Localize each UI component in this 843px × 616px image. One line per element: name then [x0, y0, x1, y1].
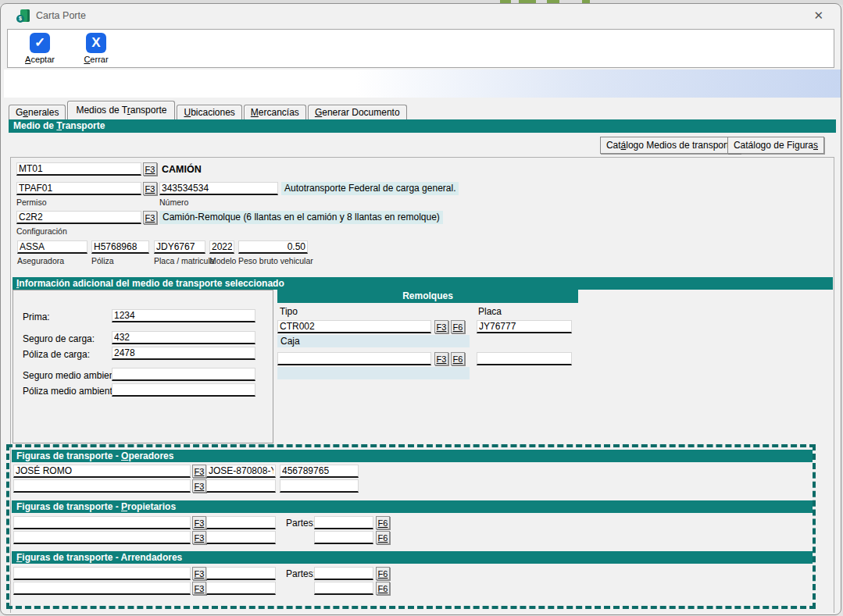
peso-bruto-input[interactable]: [238, 240, 308, 254]
propietario-rfc-input-2[interactable]: [206, 531, 276, 544]
operador-licencia-input-1[interactable]: [280, 465, 359, 478]
aceptar-button[interactable]: ✓ Aceptar: [19, 33, 61, 64]
tab-bar: Generales Medios de Transporte Ubicacion…: [9, 101, 409, 119]
propietario-rfc-input-1[interactable]: [206, 516, 276, 529]
arrendador-nombre-input-1[interactable]: [13, 567, 191, 580]
remolque-f3-button-1[interactable]: F3: [434, 320, 448, 333]
section-label: ransporte: [62, 120, 105, 131]
configuracion-input[interactable]: [16, 211, 141, 224]
propietario-partes-input-2[interactable]: [314, 531, 373, 544]
medio-f3-button[interactable]: F3: [143, 162, 157, 176]
operador-rfc-input-2[interactable]: [206, 479, 276, 493]
f6-label: F6: [453, 322, 463, 332]
tab-label: bicaciones: [191, 107, 235, 118]
section-label-key: P: [121, 501, 127, 512]
section-header-arrendadores: Figuras de transporte - Arrendadores: [12, 551, 813, 564]
catalogo-medios-de-transporte-button[interactable]: Catálogo Medios de transporte: [600, 137, 741, 154]
remolques-header: Remolques: [277, 290, 578, 303]
operador-nombre-input-1[interactable]: [13, 465, 191, 478]
propietario-nombre-input-2[interactable]: [13, 531, 191, 544]
tab-generar-documento[interactable]: Generar Documento: [308, 105, 407, 119]
arrendador-partes-input-1[interactable]: [314, 567, 373, 580]
arrendador-rfc-input-1[interactable]: [206, 567, 276, 580]
poliza-ambiente-label: Póliza medio ambiente:: [23, 386, 120, 397]
poliza-input[interactable]: [91, 240, 149, 254]
remolque-f6-button-1[interactable]: F6: [451, 320, 465, 333]
numero-input[interactable]: [159, 182, 278, 195]
propietario-nombre-input-1[interactable]: [13, 516, 191, 529]
permiso-f3-button[interactable]: F3: [143, 182, 157, 195]
aceptar-button-label: Aceptar: [19, 55, 61, 64]
tab-label: Medios de T: [76, 105, 127, 116]
placa-matricula-input[interactable]: [154, 240, 205, 254]
permiso-input[interactable]: [16, 182, 141, 195]
section-label-key: O: [121, 450, 128, 461]
section-label: nformación adicional del medio de transp…: [19, 278, 284, 289]
cerrar-button-label: Cerrar: [75, 55, 117, 64]
remolque-placa-input-2[interactable]: [477, 352, 572, 365]
seguro-ambiente-input[interactable]: [112, 368, 255, 381]
section-label: Medio de: [13, 120, 56, 131]
tab-label-key: U: [184, 107, 191, 118]
cerrar-button[interactable]: X Cerrar: [75, 33, 117, 64]
section-header-propietarios: Figuras de transporte - Propietarios: [12, 500, 813, 513]
info-adicional-box: Prima: Seguro de carga: Póliza de carga:…: [13, 290, 273, 443]
seguro-carga-input[interactable]: [112, 331, 255, 344]
medio-code-input[interactable]: [16, 162, 141, 176]
arrendador-nombre-input-2[interactable]: [13, 582, 191, 595]
propietario-f6-button-1[interactable]: F6: [376, 516, 390, 529]
f3-label: F3: [437, 322, 447, 332]
propietario-partes-input-1[interactable]: [314, 516, 373, 529]
window-close-icon[interactable]: ✕: [813, 9, 823, 23]
configuracion-f3-button[interactable]: F3: [143, 211, 157, 224]
propietario-f6-button-2[interactable]: F6: [376, 531, 390, 544]
remolque-f3-button-2[interactable]: F3: [434, 352, 448, 365]
remolque-tipo-input-2[interactable]: [277, 352, 431, 365]
prima-input[interactable]: [112, 309, 255, 322]
operador-licencia-input-2[interactable]: [280, 479, 359, 493]
seguro-ambiente-label: Seguro medio ambiente:: [23, 370, 125, 381]
operador-f3-button-2[interactable]: F3: [192, 479, 206, 493]
tab-ubicaciones[interactable]: Ubicaciones: [177, 105, 241, 119]
tab-medios-de-transporte[interactable]: Medios de Transporte: [67, 101, 175, 119]
aseguradora-input[interactable]: [17, 240, 88, 254]
arrendador-f3-button-1[interactable]: F3: [192, 567, 206, 580]
app-icon: $: [16, 9, 30, 23]
f3-label: F3: [195, 584, 205, 593]
f3-label: F3: [195, 569, 205, 579]
arrendador-f6-button-1[interactable]: F6: [376, 567, 390, 580]
section-header-operadores: Figuras de transporte - Operadores: [12, 450, 813, 462]
operador-nombre-input-2[interactable]: [13, 479, 191, 493]
remolque-placa-input-1[interactable]: [477, 320, 572, 333]
f3-label: F3: [195, 518, 205, 528]
f3-label: F3: [195, 533, 205, 543]
section-label: ropietarios: [127, 501, 176, 512]
tab-generales[interactable]: Generales: [9, 105, 66, 119]
tab-label: ansporte: [130, 105, 167, 116]
propietario-f3-button-2[interactable]: F3: [192, 531, 206, 544]
operador-rfc-input-1[interactable]: [206, 465, 276, 478]
seguro-carga-label: Seguro de carga:: [23, 333, 95, 344]
poliza-ambiente-input[interactable]: [112, 383, 255, 397]
f3-label: F3: [195, 482, 205, 491]
prima-label: Prima:: [23, 312, 50, 322]
label-post: ceptar: [30, 55, 55, 64]
tab-mercancias[interactable]: Mercancías: [244, 105, 306, 119]
arrendador-partes-input-2[interactable]: [314, 582, 373, 595]
aseguradora-label: Aseguradora: [17, 256, 64, 265]
remolque-tipo-input-1[interactable]: [277, 320, 431, 333]
poliza-carga-input[interactable]: [112, 347, 255, 360]
f6-label: F6: [378, 533, 388, 543]
f3-label: F3: [195, 467, 205, 476]
arrendador-rfc-input-2[interactable]: [206, 582, 276, 595]
catalogo-de-figuras-button[interactable]: Catálogo de Figuras: [727, 137, 824, 154]
arrendador-f3-button-2[interactable]: F3: [192, 582, 206, 595]
f3-label: F3: [145, 184, 155, 194]
operador-f3-button-1[interactable]: F3: [192, 465, 206, 478]
figuras-de-transporte-container: Figuras de transporte - Operadores F3 F3…: [6, 444, 816, 609]
modelo-input[interactable]: [209, 240, 234, 254]
remolque-f6-button-2[interactable]: F6: [451, 352, 465, 365]
propietario-f3-button-1[interactable]: F3: [192, 516, 206, 529]
poliza-label: Póliza: [91, 256, 114, 265]
arrendador-f6-button-2[interactable]: F6: [376, 582, 390, 595]
